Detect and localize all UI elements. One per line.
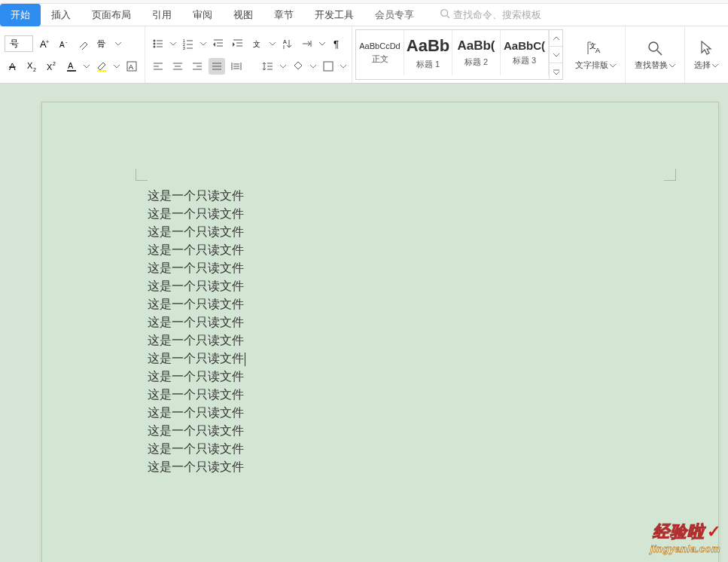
tab-pagelayout[interactable]: 页面布局 bbox=[81, 4, 142, 26]
svg-text:A: A bbox=[59, 41, 65, 49]
document-line[interactable]: 这是一个只读文件 bbox=[148, 458, 245, 476]
decrease-indent-icon[interactable] bbox=[210, 35, 227, 52]
svg-text:I: I bbox=[283, 44, 285, 50]
border-icon[interactable] bbox=[320, 58, 337, 75]
bullet-list-icon[interactable] bbox=[150, 35, 166, 52]
document-line[interactable]: 这是一个只读文件 bbox=[148, 259, 245, 277]
command-search[interactable]: 查找命令、搜索模板 bbox=[440, 8, 541, 22]
align-center-icon[interactable] bbox=[169, 58, 186, 75]
cursor-icon bbox=[696, 38, 716, 58]
dropdown-icon[interactable] bbox=[279, 58, 287, 75]
tab-marker-icon[interactable] bbox=[299, 35, 315, 52]
document-line[interactable]: 这是一个只读文件 bbox=[148, 277, 245, 295]
svg-text:2: 2 bbox=[33, 67, 36, 72]
document-line[interactable]: 这是一个只读文件 bbox=[148, 187, 245, 205]
style-scroll-up-icon[interactable] bbox=[550, 30, 562, 47]
margin-marker bbox=[136, 169, 148, 181]
tab-devtools[interactable]: 开发工具 bbox=[304, 4, 364, 26]
tab-references[interactable]: 引用 bbox=[142, 4, 182, 26]
increase-font-icon[interactable]: A+ bbox=[36, 35, 53, 52]
strikethrough-icon[interactable]: A bbox=[5, 58, 21, 75]
select-button[interactable]: 选择 bbox=[685, 26, 727, 83]
document-content[interactable]: 这是一个只读文件这是一个只读文件这是一个只读文件这是一个只读文件这是一个只读文件… bbox=[148, 187, 245, 476]
svg-text:3: 3 bbox=[183, 46, 185, 50]
dropdown-icon[interactable] bbox=[113, 58, 120, 75]
tab-section[interactable]: 章节 bbox=[263, 4, 304, 26]
document-line[interactable]: 这是一个只读文件 bbox=[148, 386, 245, 404]
dropdown-icon[interactable] bbox=[169, 35, 177, 52]
dropdown-icon[interactable] bbox=[340, 58, 347, 75]
svg-text:-: - bbox=[65, 39, 68, 44]
document-line[interactable]: 这是一个只读文件 bbox=[148, 440, 245, 458]
style-heading1[interactable]: AaBb 标题 1 bbox=[404, 30, 452, 75]
character-border-icon[interactable]: A bbox=[123, 58, 140, 75]
numbered-list-icon[interactable]: 123 bbox=[180, 35, 196, 52]
dropdown-icon[interactable] bbox=[309, 58, 317, 75]
align-distribute-icon[interactable] bbox=[228, 58, 245, 75]
svg-point-21 bbox=[154, 45, 156, 47]
font-size-combo[interactable]: 号 bbox=[5, 35, 33, 52]
show-marks-icon[interactable]: ¶ bbox=[329, 35, 346, 52]
tab-start[interactable]: 开始 bbox=[0, 4, 41, 26]
style-normal[interactable]: AaBbCcDd 正文 bbox=[356, 30, 404, 75]
dropdown-icon[interactable] bbox=[114, 35, 122, 52]
subscript-icon[interactable]: X2 bbox=[24, 58, 41, 75]
superscript-icon[interactable]: X2 bbox=[44, 58, 60, 75]
svg-text:X: X bbox=[47, 63, 53, 72]
document-page[interactable]: 这是一个只读文件这是一个只读文件这是一个只读文件这是一个只读文件这是一个只读文件… bbox=[41, 102, 719, 562]
line-spacing-icon[interactable] bbox=[260, 58, 276, 75]
dropdown-icon[interactable] bbox=[83, 58, 90, 75]
svg-text:A: A bbox=[68, 61, 74, 70]
document-line[interactable]: 这是一个只读文件 bbox=[148, 422, 245, 440]
align-right-icon[interactable] bbox=[189, 58, 206, 75]
decrease-font-icon[interactable]: A- bbox=[56, 35, 72, 52]
document-line[interactable]: 这是一个只读文件 bbox=[148, 241, 245, 259]
style-scroll-down-icon[interactable] bbox=[550, 47, 562, 63]
svg-point-19 bbox=[154, 42, 156, 44]
document-line[interactable]: 这是一个只读文件 bbox=[148, 223, 245, 241]
style-heading3[interactable]: AaBbC( 标题 3 bbox=[501, 30, 549, 75]
increase-indent-icon[interactable] bbox=[230, 35, 246, 52]
svg-rect-59 bbox=[324, 62, 333, 71]
document-line[interactable]: 这是一个只读文件 bbox=[148, 368, 245, 386]
tab-member[interactable]: 会员专享 bbox=[364, 4, 425, 26]
sort-icon[interactable]: AI bbox=[279, 35, 296, 52]
document-line[interactable]: 这是一个只读文件 bbox=[148, 350, 245, 368]
document-line[interactable]: 这是一个只读文件 bbox=[148, 205, 245, 223]
watermark: 经验啦 ✓ jingyanla.com bbox=[650, 521, 720, 554]
svg-text:A: A bbox=[129, 63, 133, 71]
menu-tabs: 开始 插入 页面布局 引用 审阅 视图 章节 开发工具 会员专享 查找命令、搜索… bbox=[0, 4, 728, 26]
tab-view[interactable]: 视图 bbox=[223, 4, 263, 26]
dropdown-icon[interactable] bbox=[200, 35, 207, 52]
font-group: 号 A+ A- 骨 A X2 X2 A A bbox=[0, 26, 145, 83]
document-line[interactable]: 这是一个只读文件 bbox=[148, 331, 245, 350]
svg-text:骨: 骨 bbox=[97, 39, 105, 48]
document-canvas[interactable]: 这是一个只读文件这是一个只读文件这是一个只读文件这是一个只读文件这是一个只读文件… bbox=[0, 84, 728, 562]
document-line[interactable]: 这是一个只读文件 bbox=[148, 404, 245, 422]
margin-marker bbox=[664, 169, 676, 181]
svg-line-64 bbox=[657, 50, 662, 55]
text-typeset-button[interactable]: 文A 文字排版 bbox=[566, 26, 626, 83]
svg-text:2: 2 bbox=[53, 61, 56, 66]
shading-icon[interactable] bbox=[290, 58, 306, 75]
highlight-icon[interactable] bbox=[93, 58, 110, 75]
tab-insert[interactable]: 插入 bbox=[41, 4, 81, 26]
svg-text:A: A bbox=[9, 61, 16, 72]
style-heading2[interactable]: AaBb( 标题 2 bbox=[452, 30, 501, 75]
align-left-icon[interactable] bbox=[150, 58, 166, 75]
document-line[interactable]: 这是一个只读文件 bbox=[148, 295, 245, 313]
dropdown-icon[interactable] bbox=[269, 35, 276, 52]
change-case-icon[interactable]: 骨 bbox=[95, 35, 111, 52]
ribbon-toolbar: 号 A+ A- 骨 A X2 X2 A A 123 bbox=[0, 26, 728, 84]
dropdown-icon[interactable] bbox=[318, 35, 326, 52]
align-justify-icon[interactable] bbox=[209, 58, 225, 75]
text-direction-icon[interactable]: 文 bbox=[249, 35, 266, 52]
tab-review[interactable]: 审阅 bbox=[182, 4, 223, 26]
font-color-icon[interactable]: A bbox=[63, 58, 80, 75]
find-replace-button[interactable]: 查找替换 bbox=[626, 26, 685, 83]
svg-text:A: A bbox=[595, 47, 600, 54]
document-line[interactable]: 这是一个只读文件 bbox=[148, 313, 245, 331]
style-scroll bbox=[549, 30, 562, 79]
style-expand-icon[interactable] bbox=[550, 63, 562, 79]
clear-format-icon[interactable] bbox=[75, 35, 92, 52]
